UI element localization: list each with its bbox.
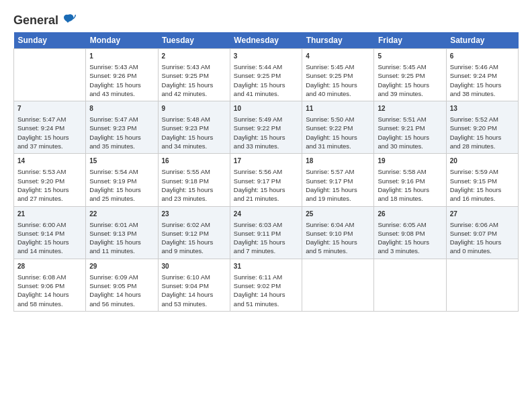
calendar-row: 28Sunrise: 6:08 AMSunset: 9:06 PMDayligh…: [14, 259, 519, 311]
cell-line: Sunset: 9:25 PM: [162, 71, 226, 80]
cell-line: and 14 minutes.: [17, 246, 82, 255]
day-number: 7: [17, 104, 82, 113]
cell-line: Daylight: 15 hours: [234, 133, 298, 142]
cell-line: Sunrise: 5:46 AM: [450, 62, 515, 71]
calendar-cell: 28Sunrise: 6:08 AMSunset: 9:06 PMDayligh…: [14, 259, 86, 311]
calendar-cell: 31Sunrise: 6:11 AMSunset: 9:02 PMDayligh…: [230, 259, 302, 311]
day-number: 13: [450, 104, 515, 113]
day-number: 21: [17, 210, 82, 219]
cell-line: and 40 minutes.: [306, 89, 370, 98]
cell-line: Sunset: 9:10 PM: [306, 229, 370, 238]
calendar-row: 7Sunrise: 5:47 AMSunset: 9:24 PMDaylight…: [14, 101, 519, 154]
calendar-cell: 29Sunrise: 6:09 AMSunset: 9:05 PMDayligh…: [86, 259, 158, 311]
cell-line: Sunset: 9:22 PM: [234, 124, 298, 132]
cell-line: Sunset: 9:20 PM: [17, 177, 82, 185]
calendar-table: SundayMondayTuesdayWednesdayThursdayFrid…: [13, 32, 519, 312]
day-number: 1: [89, 52, 154, 61]
calendar-cell: 12Sunrise: 5:51 AMSunset: 9:21 PMDayligh…: [374, 101, 446, 154]
cell-line: Daylight: 15 hours: [17, 185, 82, 194]
cell-line: and 33 minutes.: [234, 142, 298, 150]
cell-line: Sunset: 9:23 PM: [89, 124, 154, 132]
cell-line: Daylight: 15 hours: [378, 238, 442, 246]
calendar-cell: 24Sunrise: 6:03 AMSunset: 9:11 PMDayligh…: [230, 206, 302, 259]
cell-line: and 23 minutes.: [162, 194, 226, 203]
cell-line: Sunrise: 5:52 AM: [450, 115, 515, 124]
calendar-cell: 8Sunrise: 5:47 AMSunset: 9:23 PMDaylight…: [86, 101, 158, 154]
calendar-cell: 26Sunrise: 6:05 AMSunset: 9:08 PMDayligh…: [374, 206, 446, 259]
day-number: 4: [306, 52, 370, 61]
calendar-cell: 3Sunrise: 5:44 AMSunset: 9:25 PMDaylight…: [230, 49, 302, 101]
cell-line: and 38 minutes.: [450, 89, 515, 98]
day-number: 8: [89, 104, 154, 113]
cell-line: and 42 minutes.: [162, 89, 226, 98]
cell-line: Sunrise: 5:45 AM: [378, 62, 442, 71]
cell-line: Sunrise: 5:47 AM: [89, 115, 154, 124]
cell-line: Sunset: 9:02 PM: [234, 281, 298, 290]
cell-line: and 34 minutes.: [162, 142, 226, 150]
cell-line: Sunrise: 5:48 AM: [162, 115, 226, 124]
day-number: 16: [162, 156, 226, 166]
cell-line: Sunset: 9:04 PM: [162, 281, 226, 290]
cell-line: Daylight: 15 hours: [162, 185, 226, 194]
cell-line: Sunrise: 6:02 AM: [162, 220, 226, 229]
cell-line: and 35 minutes.: [89, 142, 154, 150]
cell-line: and 9 minutes.: [162, 246, 226, 255]
cell-line: Daylight: 15 hours: [89, 185, 154, 194]
day-number: 30: [162, 262, 226, 271]
col-header-wednesday: Wednesday: [230, 32, 302, 49]
calendar-cell: 14Sunrise: 5:53 AMSunset: 9:20 PMDayligh…: [14, 154, 86, 206]
cell-line: and 21 minutes.: [234, 194, 298, 203]
cell-line: Sunset: 9:23 PM: [162, 124, 226, 132]
col-header-friday: Friday: [374, 32, 446, 49]
calendar-cell: 19Sunrise: 5:58 AMSunset: 9:16 PMDayligh…: [374, 154, 446, 206]
col-header-tuesday: Tuesday: [158, 32, 230, 49]
cell-line: and 53 minutes.: [162, 300, 226, 308]
cell-line: Sunset: 9:12 PM: [162, 229, 226, 238]
cell-line: Sunrise: 5:50 AM: [306, 115, 370, 124]
cell-line: Sunset: 9:05 PM: [89, 281, 154, 290]
calendar-cell: 9Sunrise: 5:48 AMSunset: 9:23 PMDaylight…: [158, 101, 230, 154]
cell-line: Sunrise: 5:49 AM: [234, 115, 298, 124]
cell-line: and 7 minutes.: [234, 246, 298, 255]
cell-line: Sunset: 9:18 PM: [162, 177, 226, 185]
cell-line: Sunrise: 6:10 AM: [162, 273, 226, 281]
calendar-cell: 5Sunrise: 5:45 AMSunset: 9:25 PMDaylight…: [374, 49, 446, 101]
cell-line: Sunset: 9:24 PM: [450, 71, 515, 80]
cell-line: Sunset: 9:25 PM: [378, 71, 442, 80]
cell-line: Sunset: 9:07 PM: [450, 229, 515, 238]
cell-line: Sunrise: 5:59 AM: [450, 167, 515, 176]
calendar-cell: 1Sunrise: 5:43 AMSunset: 9:26 PMDaylight…: [86, 49, 158, 101]
day-number: 12: [378, 104, 442, 113]
cell-line: Sunrise: 5:43 AM: [162, 62, 226, 71]
day-number: 11: [306, 104, 370, 113]
cell-line: Daylight: 14 hours: [162, 290, 226, 299]
cell-line: Sunrise: 6:09 AM: [89, 273, 154, 281]
cell-line: Sunset: 9:24 PM: [17, 124, 82, 132]
cell-line: and 58 minutes.: [17, 300, 82, 308]
cell-line: Sunrise: 5:55 AM: [162, 167, 226, 176]
cell-line: Sunset: 9:17 PM: [234, 177, 298, 185]
calendar-cell: 25Sunrise: 6:04 AMSunset: 9:10 PMDayligh…: [302, 206, 374, 259]
cell-line: Daylight: 15 hours: [162, 133, 226, 142]
cell-line: and 19 minutes.: [306, 194, 370, 203]
calendar-cell: 7Sunrise: 5:47 AMSunset: 9:24 PMDaylight…: [14, 101, 86, 154]
calendar-cell: 23Sunrise: 6:02 AMSunset: 9:12 PMDayligh…: [158, 206, 230, 259]
cell-line: Sunset: 9:25 PM: [234, 71, 298, 80]
cell-line: Sunrise: 5:43 AM: [89, 62, 154, 71]
cell-line: and 5 minutes.: [306, 246, 370, 255]
cell-line: Daylight: 15 hours: [378, 185, 442, 194]
cell-line: Daylight: 15 hours: [89, 238, 154, 246]
calendar-cell: 17Sunrise: 5:56 AMSunset: 9:17 PMDayligh…: [230, 154, 302, 206]
cell-line: Daylight: 15 hours: [450, 185, 515, 194]
calendar-cell: [374, 259, 446, 311]
calendar-cell: 18Sunrise: 5:57 AMSunset: 9:17 PMDayligh…: [302, 154, 374, 206]
cell-line: and 43 minutes.: [89, 89, 154, 98]
cell-line: Sunrise: 5:53 AM: [17, 167, 82, 176]
cell-line: and 41 minutes.: [234, 89, 298, 98]
day-number: 31: [234, 262, 298, 271]
cell-line: Sunrise: 5:45 AM: [306, 62, 370, 71]
calendar-row: 14Sunrise: 5:53 AMSunset: 9:20 PMDayligh…: [14, 154, 519, 206]
cell-line: Sunset: 9:19 PM: [89, 177, 154, 185]
cell-line: Sunset: 9:11 PM: [234, 229, 298, 238]
cell-line: Sunrise: 5:47 AM: [17, 115, 82, 124]
